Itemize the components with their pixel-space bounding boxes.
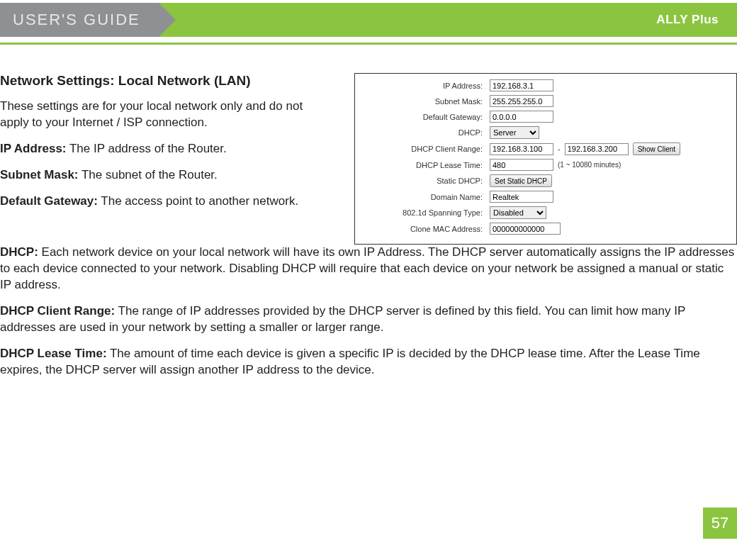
- product-name: ALLY Plus: [656, 13, 719, 27]
- row-domain: Domain Name:: [358, 191, 733, 203]
- input-range-start[interactable]: [490, 143, 553, 155]
- row-mac: Clone MAC Address:: [358, 223, 733, 235]
- row-lease: DHCP Lease Time: (1 ~ 10080 minutes): [358, 159, 733, 171]
- section-title: Network Settings: Local Network (LAN): [0, 73, 333, 89]
- range-paragraph: DHCP Client Range: The range of IP addre…: [0, 303, 737, 336]
- label-dhcp: DHCP:: [358, 128, 485, 137]
- dhcp-paragraph: DHCP: Each network device on your local …: [0, 245, 737, 293]
- lease-hint: (1 ~ 10080 minutes): [558, 161, 621, 169]
- row-static: Static DHCP: Set Static DHCP: [358, 174, 733, 187]
- label-mask: Subnet Mask:: [358, 97, 485, 106]
- label-spanning: 802.1d Spanning Type:: [358, 208, 485, 217]
- label-ip: IP Address:: [358, 82, 485, 90]
- row-range: DHCP Client Range: - Show Client: [358, 142, 733, 155]
- gateway-label: Default Gateway:: [0, 194, 98, 208]
- ipaddr-text: The IP address of the Router.: [67, 142, 227, 155]
- header-left: USER'S GUIDE: [0, 3, 159, 37]
- config-panel: IP Address: Subnet Mask: Default Gateway…: [354, 73, 737, 245]
- dhcp-label: DHCP:: [0, 245, 38, 259]
- show-client-button[interactable]: Show Client: [633, 142, 680, 155]
- gateway-paragraph: Default Gateway: The access point to ano…: [0, 194, 333, 210]
- row-dhcp: DHCP: Server: [358, 126, 733, 139]
- input-subnet-mask[interactable]: [490, 95, 553, 107]
- range-label: DHCP Client Range:: [0, 304, 115, 318]
- input-lease-time[interactable]: [490, 159, 553, 171]
- intro-paragraph: These settings are for your local networ…: [0, 99, 333, 131]
- label-domain: Domain Name:: [358, 193, 485, 201]
- label-lease: DHCP Lease Time:: [358, 161, 485, 169]
- row-mask: Subnet Mask:: [358, 95, 733, 107]
- select-dhcp[interactable]: Server: [490, 126, 539, 139]
- content-area: Network Settings: Local Network (LAN) Th…: [0, 45, 737, 379]
- label-range: DHCP Client Range:: [358, 145, 485, 153]
- lease-label: DHCP Lease Time:: [0, 347, 107, 360]
- label-mac: Clone MAC Address:: [358, 225, 485, 233]
- set-static-dhcp-button[interactable]: Set Static DHCP: [490, 174, 552, 187]
- guide-title: USER'S GUIDE: [13, 11, 140, 29]
- label-static: Static DHCP:: [358, 177, 485, 185]
- lease-paragraph: DHCP Lease Time: The amount of time each…: [0, 346, 737, 379]
- row-spanning: 802.1d Spanning Type: Disabled: [358, 206, 733, 219]
- select-spanning[interactable]: Disabled: [490, 206, 546, 219]
- label-gw: Default Gateway:: [358, 113, 485, 121]
- gateway-text: The access point to another network.: [98, 194, 298, 208]
- range-dash: -: [558, 145, 561, 153]
- input-default-gateway[interactable]: [490, 111, 553, 123]
- page-number: 57: [703, 508, 737, 539]
- row-gw: Default Gateway:: [358, 111, 733, 123]
- subnet-text: The subnet of the Router.: [79, 168, 218, 181]
- ipaddr-label: IP Address:: [0, 142, 67, 155]
- input-ip-address[interactable]: [490, 79, 553, 91]
- ipaddr-paragraph: IP Address: The IP address of the Router…: [0, 141, 333, 157]
- input-domain-name[interactable]: [490, 191, 553, 203]
- input-clone-mac[interactable]: [490, 223, 561, 235]
- row-ip: IP Address:: [358, 79, 733, 91]
- subnet-label: Subnet Mask:: [0, 168, 79, 181]
- header-bar: USER'S GUIDE ALLY Plus: [0, 3, 737, 37]
- dhcp-text: Each network device on your local networ…: [0, 245, 734, 291]
- subnet-paragraph: Subnet Mask: The subnet of the Router.: [0, 167, 333, 184]
- input-range-end[interactable]: [565, 143, 629, 155]
